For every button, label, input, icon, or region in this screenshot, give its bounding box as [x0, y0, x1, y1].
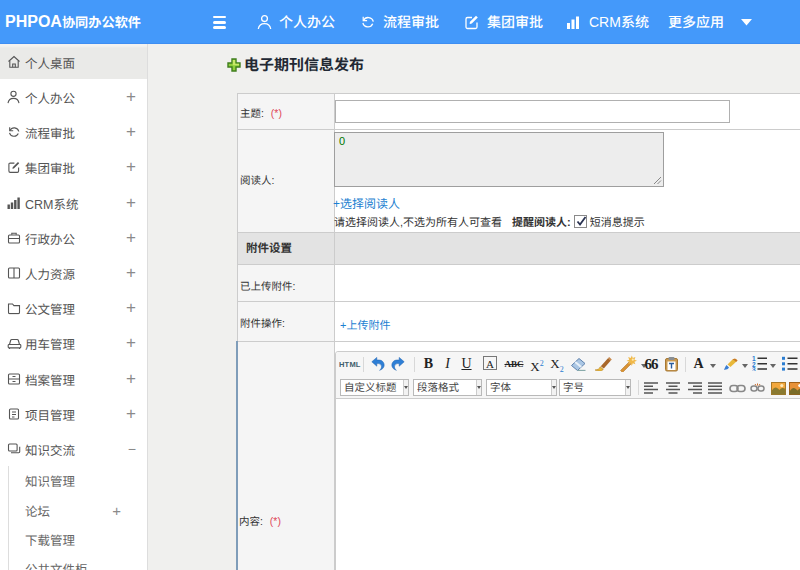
svg-text:3: 3: [752, 366, 756, 372]
